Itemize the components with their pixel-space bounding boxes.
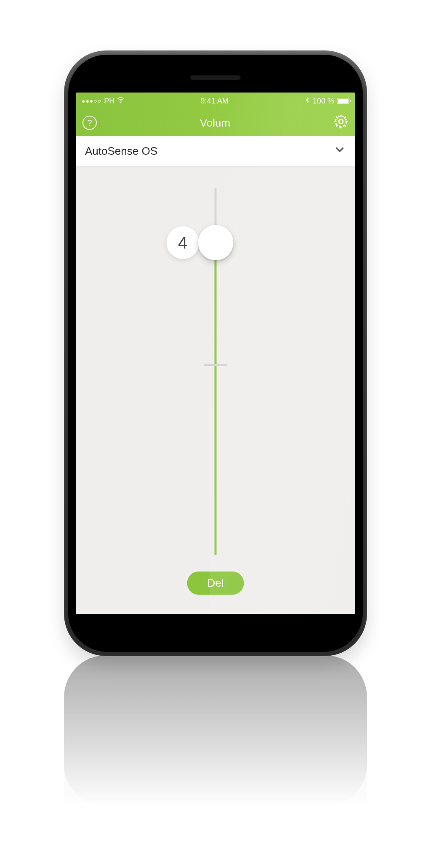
page-title: Volum [200,116,230,130]
title-bar: ? Volum [76,109,355,136]
phone-frame: ●●●○○ PH 9:41 AM 100 % [64,50,367,656]
slider-value-bubble: 4 [166,226,199,259]
slider-track-lower [215,243,217,555]
volume-slider[interactable]: 4 [215,188,217,555]
slider-thumb[interactable] [198,225,233,260]
del-button[interactable]: Del [187,572,244,595]
help-button[interactable]: ? [82,116,97,130]
program-dropdown[interactable]: AutoSense OS [76,136,355,167]
settings-button[interactable] [333,114,349,132]
status-bar: ●●●○○ PH 9:41 AM 100 % [76,93,355,109]
battery-percent: 100 % [313,97,334,106]
bluetooth-icon [304,96,310,106]
speaker-slot [190,75,241,80]
screen: ●●●○○ PH 9:41 AM 100 % [76,93,355,614]
slider-tick-mark [204,364,227,366]
wifi-icon [117,96,125,106]
phone-bezel: ●●●○○ PH 9:41 AM 100 % [68,55,363,652]
carrier-label: PH [104,97,114,106]
del-button-label: Del [207,577,223,589]
signal-dots-icon: ●●●○○ [82,98,101,104]
battery-icon [337,98,349,104]
main-content: 4 Del [76,167,355,614]
chevron-down-icon [333,143,346,159]
svg-point-1 [339,119,343,124]
status-time: 9:41 AM [201,97,229,106]
reflection [64,655,367,807]
svg-point-0 [120,102,121,103]
program-selected-label: AutoSense OS [85,145,157,158]
slider-value-label: 4 [178,233,187,252]
